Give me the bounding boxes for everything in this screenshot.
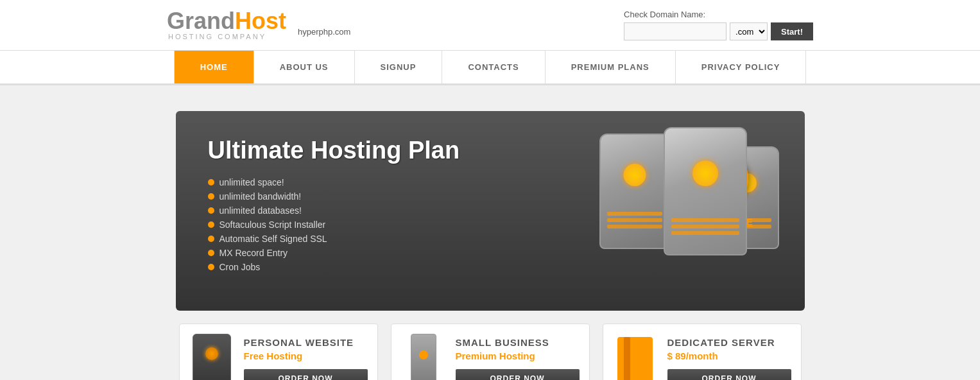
- vent-bar: [671, 218, 739, 222]
- bullet-icon: [208, 250, 214, 256]
- business-icon: [401, 334, 446, 380]
- card-personal-subtitle: Free Hosting: [244, 350, 368, 361]
- cards-section: PERSONAL WEBSITE Free Hosting ORDER NOW …: [176, 324, 805, 380]
- logo-host: Host: [235, 8, 286, 34]
- bullet-icon: [208, 207, 214, 214]
- vent-bar: [671, 225, 739, 229]
- nav-item-premium[interactable]: PREMIUM PLANS: [546, 51, 676, 83]
- domain-check-row: .com .net .org .info Start!: [624, 22, 813, 40]
- hero-features: unlimited space! unlimited bandwidth! un…: [208, 177, 661, 272]
- business-server-icon: [411, 334, 436, 380]
- header: GrandHost HOSTING COMPANY hyperphp.com C…: [0, 0, 980, 51]
- dedicated-icon: [613, 337, 658, 380]
- feature-6: MX Record Entry: [208, 248, 661, 258]
- card-personal-title: PERSONAL WEBSITE: [244, 337, 368, 348]
- hero-banner: Ultimate Hosting Plan unlimited space! u…: [176, 111, 805, 311]
- logo-grand: Grand: [167, 8, 235, 34]
- logo-title: GrandHost: [167, 10, 286, 33]
- hero-content: Ultimate Hosting Plan unlimited space! u…: [208, 137, 661, 285]
- server-tower-left: [599, 134, 670, 249]
- card-dedicated-subtitle: $ 89/month: [667, 350, 791, 361]
- order-now-button-personal[interactable]: ORDER NOW: [244, 369, 368, 380]
- card-personal-info: PERSONAL WEBSITE Free Hosting ORDER NOW: [244, 337, 368, 380]
- nav-item-signup[interactable]: SIGNUP: [355, 51, 443, 83]
- personal-server-icon: [193, 334, 231, 380]
- logo: GrandHost HOSTING COMPANY: [167, 10, 286, 40]
- feature-2: unlimited bandwidth!: [208, 191, 661, 202]
- nav-item-privacy[interactable]: PRIVACY POLICY: [676, 51, 807, 83]
- dedicated-folder-icon: [617, 337, 653, 380]
- vent-bar: [607, 225, 662, 229]
- nav-item-home[interactable]: HOME: [174, 51, 254, 83]
- nav-item-about[interactable]: ABOUT US: [254, 51, 355, 83]
- vent-bar: [607, 218, 662, 222]
- feature-7: Cron Jobs: [208, 262, 661, 272]
- hero-title: Ultimate Hosting Plan: [208, 137, 661, 164]
- server-vents-main: [671, 218, 739, 235]
- server-light-main: [692, 160, 718, 186]
- feature-5: Automatic Self Signed SSL: [208, 234, 661, 244]
- bullet-icon: [208, 236, 214, 242]
- card-dedicated-info: DEDICATED SERVER $ 89/month ORDER NOW: [667, 337, 791, 380]
- order-now-button-business[interactable]: ORDER NOW: [456, 369, 580, 380]
- domain-check-area: Check Domain Name: .com .net .org .info …: [624, 10, 813, 40]
- server-light-left: [623, 164, 646, 186]
- server-vents-left: [607, 212, 662, 229]
- tagline: hyperphp.com: [298, 27, 350, 40]
- personal-icon: [189, 334, 234, 380]
- domain-tld-select[interactable]: .com .net .org .info: [730, 22, 768, 40]
- vent-bar: [607, 212, 662, 216]
- navigation: HOME ABOUT US SIGNUP CONTACTS PREMIUM PL…: [0, 51, 980, 85]
- vent-bar: [671, 231, 739, 235]
- card-business-info: SMALL BUSINESS Premium Hosting ORDER NOW: [456, 337, 580, 380]
- feature-4: Softaculous Script Installer: [208, 220, 661, 230]
- bullet-icon: [208, 221, 214, 228]
- card-dedicated-title: DEDICATED SERVER: [667, 337, 791, 348]
- start-button[interactable]: Start!: [771, 22, 813, 40]
- domain-input[interactable]: [624, 22, 726, 40]
- bullet-icon: [208, 179, 214, 186]
- card-personal: PERSONAL WEBSITE Free Hosting ORDER NOW: [179, 324, 378, 380]
- card-business: SMALL BUSINESS Premium Hosting ORDER NOW: [391, 324, 590, 380]
- card-dedicated: DEDICATED SERVER $ 89/month ORDER NOW: [603, 324, 802, 380]
- bullet-icon: [208, 264, 214, 270]
- logo-subtitle: HOSTING COMPANY: [168, 33, 286, 40]
- feature-3: unlimited databases!: [208, 205, 661, 216]
- card-business-subtitle: Premium Hosting: [456, 350, 580, 361]
- order-now-button-dedicated[interactable]: ORDER NOW: [667, 369, 791, 380]
- card-business-title: SMALL BUSINESS: [456, 337, 580, 348]
- server-tower-main: [664, 127, 747, 255]
- bullet-icon: [208, 193, 214, 200]
- domain-check-label: Check Domain Name:: [624, 10, 705, 19]
- nav-item-contacts[interactable]: CONTACTS: [442, 51, 545, 83]
- feature-1: unlimited space!: [208, 177, 661, 187]
